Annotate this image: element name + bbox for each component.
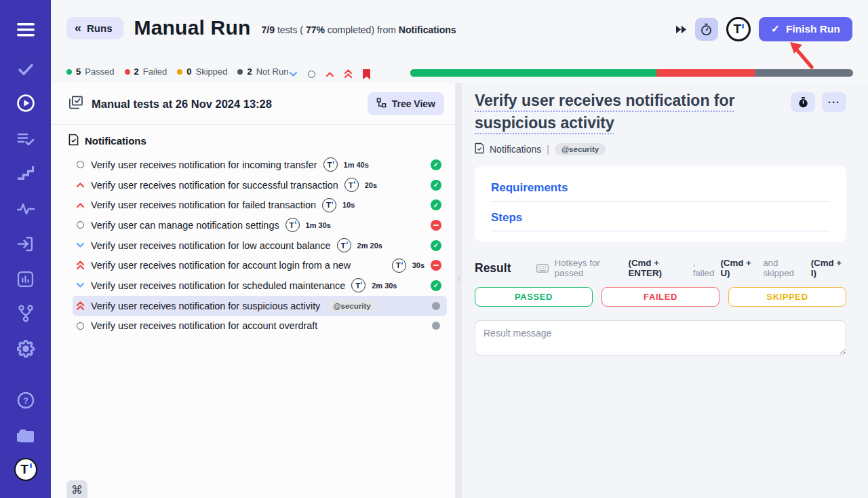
status-passed-icon: ✓ <box>431 280 441 291</box>
svg-text:?: ? <box>23 396 28 406</box>
priority-high-filter-icon[interactable] <box>325 71 335 77</box>
status-passed-icon: ✓ <box>431 240 441 251</box>
tag-badge: @security <box>326 300 377 312</box>
test-duration: 2m 20s <box>357 242 382 250</box>
steps-icon[interactable] <box>0 164 51 184</box>
test-row[interactable]: Verify user receives notification for lo… <box>73 235 447 256</box>
play-circle-icon[interactable] <box>0 93 51 113</box>
folder-row[interactable]: Notifications <box>51 125 455 152</box>
test-detail-title[interactable]: Verify user receives notification for su… <box>475 90 784 134</box>
back-to-runs-label: Runs <box>87 22 113 34</box>
status-passed-icon: ✓ <box>431 159 441 170</box>
list-check-icon[interactable] <box>0 129 51 149</box>
hotkeys-hint: Hotkeys for passed (Cmd + ENTER) , faile… <box>536 258 846 278</box>
testomat-logo[interactable]: T <box>0 459 51 480</box>
testomat-badge-icon: T <box>337 238 351 252</box>
page-title: Manual Run <box>134 16 251 39</box>
test-title: Verify user receives notification for su… <box>91 301 320 311</box>
status-passed-icon: ✓ <box>431 199 441 210</box>
double-chevron-left-icon: « <box>75 24 81 32</box>
testomat-badge-icon: T <box>344 178 359 192</box>
status-bar: 5Passed 2Failed 0Skipped 2Not Run <box>66 66 868 81</box>
test-content-card: Requirements Steps <box>475 166 846 242</box>
keyboard-icon <box>536 264 549 273</box>
test-title: Verify user receives notification for fa… <box>91 199 316 210</box>
status-passed-icon: ✓ <box>431 180 441 191</box>
testomat-badge-icon: T <box>351 278 366 292</box>
steps-section-toggle[interactable]: Steps <box>491 211 830 231</box>
chevron-down-icon[interactable] <box>288 71 298 77</box>
finish-run-button[interactable]: ✓ Finish Run <box>759 17 852 41</box>
result-message-input[interactable] <box>475 320 846 356</box>
login-icon[interactable] <box>0 233 51 254</box>
test-title: Verify user receives notification for in… <box>91 159 317 170</box>
check-icon[interactable] <box>0 59 51 79</box>
bar-chart-icon[interactable] <box>0 269 51 289</box>
keyboard-shortcuts-button[interactable]: ⌘ <box>66 480 87 498</box>
skipped-button[interactable]: SKIPPED <box>728 287 846 307</box>
testomat-badge-icon: T <box>392 258 406 273</box>
test-row[interactable]: Verify user receives notification for ac… <box>73 255 447 275</box>
requirements-section-toggle[interactable]: Requirements <box>491 181 830 202</box>
test-detail-panel: Verify user receives notification for su… <box>462 83 868 498</box>
activity-icon[interactable] <box>0 199 51 219</box>
percent-completed: 77% <box>306 24 325 35</box>
status-failed-icon <box>431 260 441 271</box>
document-check-icon <box>475 142 484 156</box>
test-list-panel: Manual tests at 26 Nov 2024 13:28 Tree V… <box>51 83 455 498</box>
suite-name: Notifications <box>399 24 456 35</box>
tree-view-button[interactable]: Tree View <box>368 92 444 115</box>
priority-normal-filter-icon[interactable] <box>307 71 317 78</box>
run-progress-bar <box>410 69 853 77</box>
priority-high-icon <box>75 182 85 188</box>
tree-icon <box>376 98 387 110</box>
status-not-run-icon <box>432 322 441 330</box>
fast-forward-icon[interactable] <box>675 25 687 34</box>
menu-icon[interactable] <box>0 20 51 40</box>
test-row[interactable]: Verify user receives notification for su… <box>73 175 447 195</box>
more-options-button[interactable]: ··· <box>822 92 846 112</box>
page-header: « Runs Manual Run 7/9 tests ( 77% comple… <box>51 0 868 58</box>
app-sidebar: ? T <box>0 0 51 498</box>
testomat-badge-icon: T <box>322 198 336 212</box>
priority-highest-icon <box>75 301 85 311</box>
timer-button[interactable] <box>695 18 718 41</box>
bookmark-icon[interactable] <box>361 69 372 79</box>
breadcrumb: Notifications | @security <box>475 142 846 156</box>
test-title: Verify user receives notification for su… <box>91 180 338 191</box>
stopwatch-button[interactable] <box>791 92 815 112</box>
test-duration: 20s <box>365 181 377 189</box>
progress-passed <box>410 69 656 77</box>
test-title: Verify user receives notification for ac… <box>91 260 351 271</box>
test-title: Verify user receives notification for sc… <box>91 280 345 291</box>
gear-icon[interactable] <box>0 339 51 359</box>
test-row[interactable]: Verify user receives notification for ac… <box>73 316 447 337</box>
passed-button[interactable]: PASSED <box>475 287 593 307</box>
test-row-selected[interactable]: Verify user receives notification for su… <box>73 296 447 316</box>
help-icon[interactable]: ? <box>0 390 51 410</box>
priority-highest-icon <box>75 261 85 270</box>
tag-badge[interactable]: @security <box>555 143 606 155</box>
annotation-arrow <box>786 38 817 71</box>
status-not-run-icon <box>432 302 441 310</box>
branch-icon[interactable] <box>0 303 51 324</box>
priority-low-icon <box>75 242 85 248</box>
test-row[interactable]: Verify user receives notification for sc… <box>73 275 447 296</box>
not-run-count: 2Not Run <box>237 66 288 77</box>
failed-button[interactable]: FAILED <box>601 287 719 307</box>
run-title: Manual tests at 26 Nov 2024 13:28 <box>92 98 359 111</box>
test-duration: 10s <box>342 201 355 209</box>
panel-resize-handle[interactable]: ⋮⋮ <box>455 83 462 498</box>
folder-icon[interactable] <box>0 425 51 446</box>
run-progress-summary: 7/9 tests ( 77% completed) from Notifica… <box>262 24 456 35</box>
test-row[interactable]: Verify user receives notification for in… <box>73 155 447 175</box>
test-row[interactable]: Verify user can manage notification sett… <box>73 215 447 235</box>
back-to-runs-button[interactable]: « Runs <box>66 17 123 39</box>
testomat-logo[interactable]: T <box>726 17 751 41</box>
test-duration: 1m 40s <box>344 161 369 169</box>
priority-highest-filter-icon[interactable] <box>343 69 353 79</box>
breadcrumb-folder[interactable]: Notifications <box>490 144 541 155</box>
test-title: Verify user receives notification for lo… <box>91 240 331 251</box>
test-title: Verify user receives notification for ac… <box>91 320 317 331</box>
test-row[interactable]: Verify user receives notification for fa… <box>73 195 447 215</box>
